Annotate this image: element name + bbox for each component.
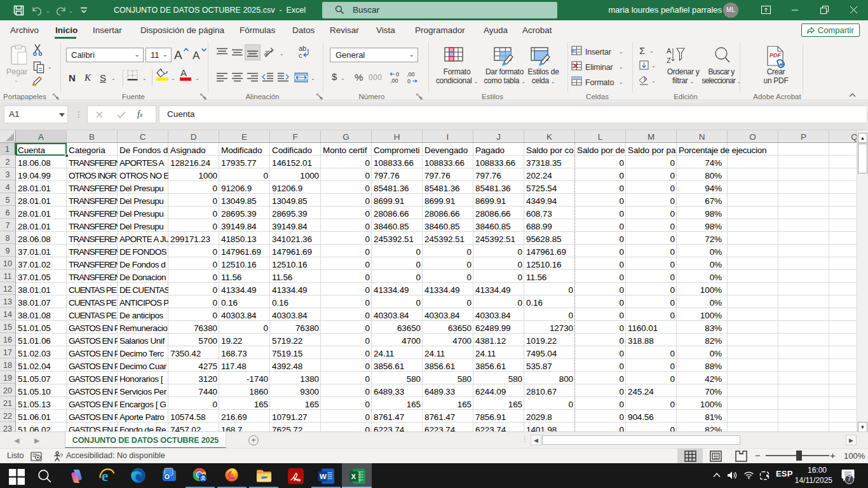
svg-text:0: 0 bbox=[396, 71, 399, 78]
svg-text:Z: Z bbox=[667, 57, 671, 64]
svg-text:A: A bbox=[667, 47, 672, 55]
svg-text:0: 0 bbox=[407, 78, 410, 84]
svg-text:ab: ab bbox=[264, 48, 272, 58]
svg-text:PDF: PDF bbox=[770, 52, 782, 58]
svg-text:?: ? bbox=[60, 452, 63, 459]
svg-text:W: W bbox=[320, 473, 327, 480]
svg-text:X: X bbox=[351, 473, 356, 480]
svg-text:,00: ,00 bbox=[390, 78, 398, 84]
svg-text:,00: ,00 bbox=[407, 71, 415, 78]
svg-text:A: A bbox=[174, 48, 182, 61]
svg-text:A: A bbox=[193, 50, 200, 61]
svg-text:c: c bbox=[299, 51, 302, 59]
